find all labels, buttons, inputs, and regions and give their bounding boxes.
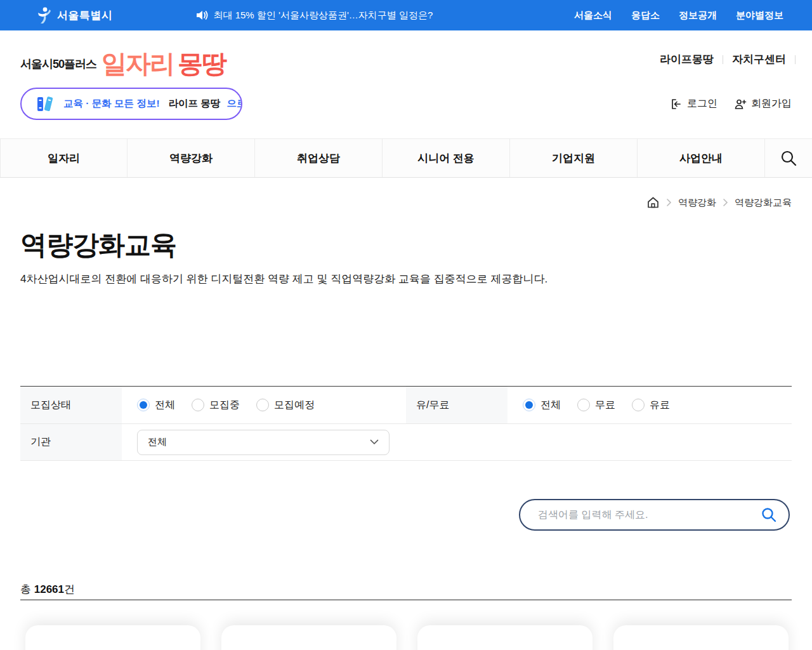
megaphone-icon [195, 10, 208, 21]
signup-label: 회원가입 [751, 97, 792, 110]
nav-item-program-info[interactable]: 사업안내 [638, 139, 765, 177]
search-icon [780, 149, 797, 167]
filter-label-fee: 유/무료 [406, 387, 508, 423]
radio-label: 유료 [650, 399, 670, 412]
radio-dot [632, 399, 645, 411]
radio-label: 무료 [595, 399, 615, 412]
link-life-monttang[interactable]: 라이프몽땅 [660, 52, 714, 67]
topbar-link-field-info[interactable]: 분야별정보 [736, 10, 783, 22]
link-district-center[interactable]: 자치구센터 [732, 52, 786, 67]
radio-label: 모집중 [209, 399, 240, 412]
site-logo[interactable]: 서울시50플러스 일자리몽땅 [20, 51, 226, 76]
result-card[interactable] [221, 625, 396, 650]
topbar-link-info-disclosure[interactable]: 정보공개 [679, 10, 717, 22]
filter-label-recruit-status: 모집상태 [20, 387, 122, 423]
keyword-search-input[interactable] [538, 509, 761, 521]
seoul-city-link[interactable]: 서울특별시 [36, 6, 113, 24]
result-card[interactable] [613, 625, 789, 650]
org-select-value: 전체 [148, 436, 167, 448]
login-label: 로그인 [687, 97, 717, 110]
nav-item-business-support[interactable]: 기업지원 [510, 139, 638, 177]
nav-item-jobs[interactable]: 일자리 [0, 139, 128, 177]
search-submit-icon[interactable] [761, 507, 777, 523]
result-count: 총 12661건 [20, 582, 75, 597]
filter-field-recruit-status: 전체 모집중 모집예정 [122, 387, 406, 423]
filter-panel: 모집상태 전체 모집중 모집예정 유/무료 [20, 386, 792, 461]
topbar: 서울특별시 최대 15% 할인 '서울사랑상품권'…자치구별 일정은? 서울소식… [0, 0, 812, 30]
radio-recruit-upcoming[interactable]: 모집예정 [256, 399, 315, 412]
chevron-down-icon [370, 439, 379, 445]
fee-radio-group: 전체 무료 유료 [523, 399, 670, 412]
result-card-list [25, 625, 789, 650]
result-count-suffix: 건 [64, 583, 75, 595]
breadcrumb-item-current: 역량강화교육 [735, 197, 792, 209]
page-title: 역량강화교육 [20, 227, 176, 263]
nav-item-counseling[interactable]: 취업상담 [255, 139, 383, 177]
keyword-search-bar [519, 499, 790, 531]
header: 서울시50플러스 일자리몽땅 라이프몽땅 자치구센터 로그인 [0, 30, 812, 138]
radio-label: 전체 [540, 399, 561, 412]
radio-label: 모집예정 [274, 399, 315, 412]
auth-links: 로그인 회원가입 [671, 97, 792, 110]
filter-field-org: 전체 [122, 424, 792, 460]
radio-dot [256, 399, 269, 411]
result-count-prefix: 총 [20, 583, 34, 595]
topbar-link-seoul-news[interactable]: 서울소식 [574, 10, 612, 22]
radio-fee-all[interactable]: 전체 [523, 399, 561, 412]
radio-fee-paid[interactable]: 유료 [632, 399, 670, 412]
main-nav: 일자리 역량강화 취업상담 시니어 전용 기업지원 사업안내 [0, 138, 812, 178]
divider [723, 55, 723, 64]
chevron-right-icon [723, 199, 728, 206]
result-card[interactable] [25, 625, 200, 650]
radio-dot [137, 399, 150, 411]
topbar-announcement[interactable]: 최대 15% 할인 '서울사랑상품권'…자치구별 일정은? [195, 10, 433, 22]
radio-dot [577, 399, 590, 411]
radio-fee-free[interactable]: 무료 [577, 399, 615, 412]
logo-prefix-label: 서울시50플러스 [20, 56, 96, 76]
breadcrumb-item-capability[interactable]: 역량강화 [678, 197, 716, 209]
login-button[interactable]: 로그인 [671, 97, 717, 110]
radio-dot [523, 399, 535, 411]
seoul-logo-icon [36, 6, 52, 24]
radio-label: 전체 [155, 399, 175, 412]
result-card[interactable] [417, 625, 593, 650]
filter-field-fee: 전체 무료 유료 [508, 387, 792, 423]
announcement-text: 최대 15% 할인 '서울사랑상품권'…자치구별 일정은? [214, 10, 433, 22]
chevron-right-icon [666, 199, 672, 206]
topbar-links: 서울소식 응답소 정보공개 분야별정보 [574, 10, 783, 22]
books-icon [36, 95, 57, 113]
banner-bold-text: 라이프 몽땅 [169, 97, 221, 110]
page-description: 4차산업시대로의 전환에 대응하기 위한 디지털전환 역량 제고 및 직업역량강… [20, 272, 547, 286]
life-monttang-banner[interactable]: 교육 · 문화 모든 정보! 라이프 몽땅 으로 이 [20, 88, 242, 120]
nav-item-capability[interactable]: 역량강화 [128, 139, 255, 177]
banner-tail-text: 으로 이 [226, 97, 242, 110]
logo-main-label: 일자리몽땅 [102, 51, 226, 76]
topbar-link-eungdapso[interactable]: 응답소 [631, 10, 660, 22]
radio-recruit-open[interactable]: 모집중 [192, 399, 240, 412]
result-divider [20, 599, 792, 600]
radio-recruit-all[interactable]: 전체 [137, 399, 175, 412]
breadcrumb: 역량강화 역량강화교육 [646, 196, 792, 209]
recruit-status-radio-group: 전체 모집중 모집예정 [137, 399, 315, 412]
filter-row-1: 모집상태 전체 모집중 모집예정 유/무료 [20, 387, 792, 423]
banner-lead-text: 교육 · 문화 모든 정보! [63, 97, 160, 110]
header-utility-links: 라이프몽땅 자치구센터 [660, 52, 796, 67]
filter-label-org: 기관 [20, 424, 122, 460]
radio-dot [192, 399, 204, 411]
login-icon [671, 98, 683, 110]
home-icon[interactable] [646, 196, 660, 209]
nav-item-senior[interactable]: 시니어 전용 [383, 139, 510, 177]
org-select[interactable]: 전체 [137, 430, 390, 455]
seoul-city-label: 서울특별시 [57, 8, 113, 23]
divider [795, 55, 796, 64]
signup-button[interactable]: 회원가입 [734, 97, 792, 110]
nav-search-button[interactable] [765, 139, 812, 177]
filter-row-2: 기관 전체 [20, 423, 792, 460]
result-count-number: 12661 [34, 583, 64, 595]
signup-icon [734, 98, 747, 110]
